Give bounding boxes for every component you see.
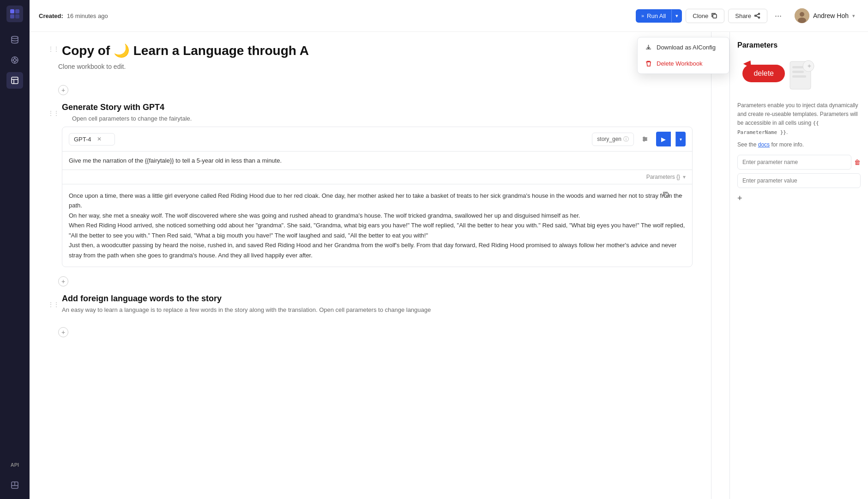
output-actions: ··· bbox=[660, 189, 686, 201]
run-cell-button[interactable]: ▶ bbox=[656, 132, 671, 146]
sidebar-item-models[interactable] bbox=[6, 52, 23, 68]
download-icon bbox=[645, 44, 652, 51]
svg-text:✦: ✦ bbox=[807, 62, 812, 70]
more-options-button[interactable]: ··· bbox=[771, 8, 785, 24]
cell-1-tools bbox=[639, 134, 651, 145]
logo[interactable] bbox=[6, 6, 23, 22]
cell-1-desc: Open cell parameters to change the fairy… bbox=[72, 115, 693, 122]
top-bar-actions: » Run All ▾ Clone Share bbox=[636, 8, 785, 24]
workbook-subtitle: Clone workbook to edit. bbox=[58, 63, 693, 70]
trash-icon bbox=[645, 60, 652, 67]
cell-1-ai-cell: GPT-4 ✕ story_gen ⓘ bbox=[62, 127, 693, 267]
svg-rect-11 bbox=[12, 77, 18, 84]
svg-point-4 bbox=[12, 37, 18, 39]
param-value-input[interactable] bbox=[737, 173, 861, 188]
copy-output-button[interactable] bbox=[660, 189, 672, 200]
see-more-suffix: for more info. bbox=[770, 141, 804, 148]
content-area: ⋮⋮ Copy of 🌙 Learn a Language through A … bbox=[30, 32, 868, 499]
sidebar-item-database[interactable] bbox=[6, 31, 23, 48]
cell-2-drag-handle[interactable]: ⋮⋮ bbox=[48, 294, 59, 308]
created-label: Created: bbox=[39, 12, 63, 19]
user-dropdown-arrow[interactable]: ▾ bbox=[852, 13, 855, 19]
output-id-info-icon[interactable]: ⓘ bbox=[623, 135, 629, 143]
cell-1-prompt: Give me the narration of the {{fairytale… bbox=[62, 152, 692, 170]
run-all-label: Run All bbox=[647, 12, 666, 19]
model-name: GPT-4 bbox=[74, 136, 91, 143]
model-close[interactable]: ✕ bbox=[97, 136, 102, 142]
delete-workbook-button[interactable]: Delete Workbook bbox=[638, 55, 729, 72]
output-id-badge: story_gen ⓘ bbox=[592, 133, 634, 146]
vertical-icons-panel bbox=[711, 32, 729, 499]
run-all-dropdown-arrow[interactable]: ▾ bbox=[671, 10, 682, 22]
add-cell-button-middle[interactable]: + bbox=[58, 276, 68, 286]
svg-point-25 bbox=[798, 18, 806, 23]
main-wrapper: Created: 16 minutes ago » Run All ▾ Clon… bbox=[30, 0, 868, 499]
svg-rect-2 bbox=[10, 14, 14, 18]
sidebar-item-api[interactable]: API bbox=[6, 456, 23, 473]
output-more-button[interactable]: ··· bbox=[674, 189, 686, 201]
share-button[interactable]: Share bbox=[728, 9, 767, 23]
param-name-row: 🗑 bbox=[737, 155, 861, 170]
sidebar: API bbox=[0, 0, 30, 499]
cell-1-title: Generate Story with GPT4 bbox=[62, 103, 164, 112]
docs-link[interactable]: docs bbox=[758, 141, 770, 148]
cell-1-row: ⋮⋮ Generate Story with GPT4 Open cell pa… bbox=[48, 103, 693, 267]
share-label: Share bbox=[735, 12, 751, 19]
svg-line-22 bbox=[756, 16, 758, 17]
cell-1-drag-handle[interactable]: ⋮⋮ bbox=[48, 103, 59, 116]
cell-2-desc: An easy way to learn a language is to re… bbox=[62, 306, 693, 313]
delete-tooltip-label: delete bbox=[753, 69, 774, 77]
cell-1-container: Generate Story with GPT4 Open cell param… bbox=[62, 103, 693, 267]
param-value-row bbox=[737, 173, 861, 192]
svg-point-30 bbox=[645, 139, 647, 140]
param-delete-button[interactable]: 🗑 bbox=[854, 158, 861, 166]
panel-see-more: See the docs for more info. bbox=[737, 140, 861, 149]
cell-settings-button[interactable] bbox=[639, 134, 651, 145]
workbook-title: Copy of 🌙 Learn a Language through A bbox=[62, 43, 309, 58]
svg-point-6 bbox=[13, 59, 16, 61]
run-all-button[interactable]: » Run All ▾ bbox=[636, 9, 682, 23]
svg-point-20 bbox=[758, 17, 760, 18]
cell-2-title: Add foreign language words to the story bbox=[62, 294, 693, 304]
avatar bbox=[795, 8, 809, 23]
cell-2-container: Add foreign language words to the story … bbox=[62, 294, 693, 318]
svg-line-21 bbox=[756, 14, 758, 15]
clone-button[interactable]: Clone bbox=[686, 9, 724, 23]
svg-rect-0 bbox=[10, 9, 14, 13]
model-selector[interactable]: GPT-4 ✕ bbox=[69, 133, 115, 146]
user-name: Andrew Hoh bbox=[813, 12, 849, 19]
parameters-panel: Parameters ✦ Parameters enable you to in… bbox=[729, 32, 868, 499]
params-expand-icon[interactable]: ▾ bbox=[683, 174, 686, 180]
download-aiconfig-button[interactable]: Download as AIConfig bbox=[638, 39, 729, 55]
share-icon bbox=[754, 12, 760, 19]
svg-rect-1 bbox=[15, 9, 19, 13]
param-name-input[interactable] bbox=[737, 155, 851, 170]
svg-rect-17 bbox=[713, 14, 717, 18]
delete-label: Delete Workbook bbox=[657, 60, 702, 67]
panel-title: Parameters bbox=[737, 41, 861, 49]
svg-rect-3 bbox=[15, 14, 19, 18]
svg-point-31 bbox=[644, 140, 645, 141]
user-area[interactable]: Andrew Hoh ▾ bbox=[791, 6, 859, 25]
title-drag-handle[interactable]: ⋮⋮ bbox=[48, 43, 59, 52]
created-info: Created: 16 minutes ago bbox=[39, 12, 630, 19]
sidebar-item-workbooks[interactable] bbox=[6, 72, 23, 89]
see-more-prefix: See the bbox=[737, 141, 758, 148]
delete-tooltip[interactable]: delete bbox=[742, 65, 785, 82]
cell-1-params[interactable]: Parameters {} ▾ bbox=[62, 170, 692, 184]
svg-point-19 bbox=[754, 15, 756, 17]
download-label: Download as AIConfig bbox=[657, 44, 716, 51]
workbook-content: ⋮⋮ Copy of 🌙 Learn a Language through A … bbox=[30, 32, 711, 499]
clone-label: Clone bbox=[693, 12, 708, 19]
add-cell-button-bottom[interactable]: + bbox=[58, 327, 68, 337]
cell-2-row: ⋮⋮ Add foreign language words to the sto… bbox=[48, 294, 693, 318]
run-cell-dropdown[interactable]: ▾ bbox=[675, 132, 686, 146]
add-cell-button-top[interactable]: + bbox=[58, 85, 68, 95]
add-parameter-button[interactable]: + bbox=[737, 194, 742, 203]
created-time: 16 minutes ago bbox=[67, 12, 108, 19]
svg-rect-35 bbox=[792, 71, 804, 73]
svg-point-24 bbox=[800, 12, 804, 17]
sidebar-item-layout[interactable] bbox=[6, 477, 23, 493]
top-bar: Created: 16 minutes ago » Run All ▾ Clon… bbox=[30, 0, 868, 32]
panel-desc-text: Parameters enable you to inject data dyn… bbox=[737, 102, 858, 135]
